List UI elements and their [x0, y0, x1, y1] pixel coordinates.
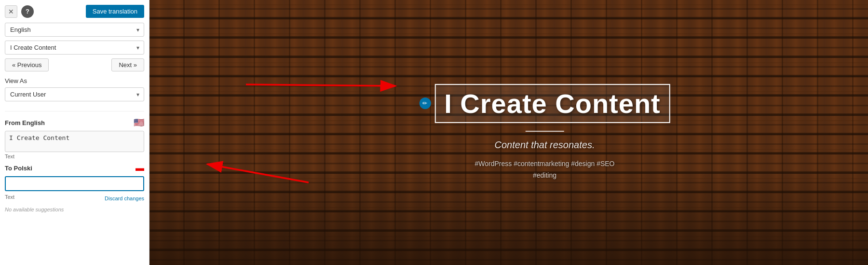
bottom-overlay: [149, 168, 868, 265]
polish-flag-icon: ▬: [136, 163, 144, 173]
divider: [5, 111, 144, 112]
language-select[interactable]: English French German Spanish: [5, 23, 144, 37]
content-select[interactable]: I Create Content About Contact: [5, 41, 144, 55]
left-panel: ✕ ? Save translation English French Germ…: [0, 0, 149, 265]
language-select-wrapper: English French German Spanish: [5, 23, 144, 37]
hero-divider-line: [526, 131, 564, 132]
hero-background: ✏ I Create Content Content that resonate…: [149, 0, 868, 265]
source-text-field: I Create Content: [5, 131, 144, 152]
view-as-label: View As: [5, 77, 144, 84]
to-section-header: To Polski ▬: [5, 163, 144, 173]
view-as-select[interactable]: Current User Guest Admin: [5, 87, 144, 101]
title-container: ✏ I Create Content: [419, 84, 670, 123]
view-as-select-wrapper: Current User Guest Admin: [5, 87, 144, 101]
close-button[interactable]: ✕: [5, 5, 17, 18]
hero-content: ✏ I Create Content Content that resonate…: [419, 84, 670, 181]
target-translation-input[interactable]: [5, 176, 144, 191]
top-bar: ✕ ? Save translation: [5, 5, 144, 18]
no-suggestions-text: No available suggestions: [5, 207, 144, 212]
source-field-type: Text: [5, 153, 144, 159]
hero-hashtags: #WordPress #contentmarketing #design #SE…: [475, 158, 614, 181]
help-button[interactable]: ?: [21, 5, 34, 18]
target-field-type: Text: [5, 194, 14, 200]
right-panel: ✏ I Create Content Content that resonate…: [149, 0, 868, 265]
next-button[interactable]: Next »: [111, 58, 144, 71]
content-select-wrapper: I Create Content About Contact: [5, 41, 144, 55]
from-section-title: From English: [5, 119, 45, 126]
svg-line-2: [246, 84, 395, 86]
title-box: I Create Content: [434, 84, 670, 123]
save-translation-button[interactable]: Save translation: [86, 5, 144, 18]
edit-icon[interactable]: ✏: [419, 98, 431, 109]
us-flag-icon: 🇺🇸: [134, 117, 144, 128]
nav-buttons: « Previous Next »: [5, 58, 144, 71]
previous-button[interactable]: « Previous: [5, 58, 49, 71]
from-section-header: From English 🇺🇸: [5, 117, 144, 128]
hero-subtitle: Content that resonates.: [495, 139, 595, 151]
to-section-title: To Polski: [5, 165, 32, 172]
hero-title: I Create Content: [444, 88, 661, 118]
discard-changes-link[interactable]: Discard changes: [105, 195, 144, 201]
target-field-row: Text Discard changes: [5, 193, 144, 204]
svg-line-3: [207, 164, 309, 182]
